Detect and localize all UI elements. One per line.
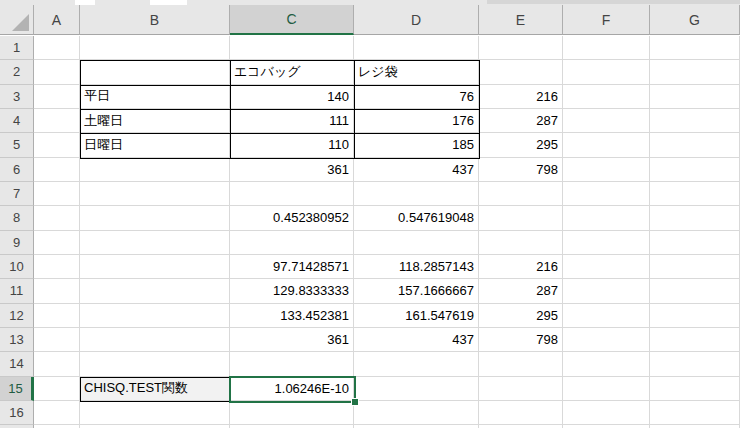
cell-A13[interactable] — [34, 328, 80, 352]
row-header-9[interactable]: 9 — [0, 231, 34, 255]
cell-C12[interactable]: 133.452381 — [230, 304, 354, 328]
cell-A7[interactable] — [34, 182, 80, 206]
cell-E6[interactable]: 798 — [479, 158, 563, 182]
cell-B5[interactable]: 日曜日 — [80, 133, 230, 157]
cell-G13[interactable] — [650, 328, 740, 352]
cell-B10[interactable] — [80, 255, 230, 279]
cell-F3[interactable] — [563, 85, 650, 109]
cell-A14[interactable] — [34, 352, 80, 376]
cell-F15[interactable] — [563, 377, 650, 401]
cell-E8[interactable] — [479, 206, 563, 230]
cell-B9[interactable] — [80, 231, 230, 255]
cell-D13[interactable]: 437 — [354, 328, 479, 352]
cell-E1[interactable] — [479, 36, 563, 60]
cell-E9[interactable] — [479, 231, 563, 255]
row-header-14[interactable]: 14 — [0, 352, 34, 376]
cell-F4[interactable] — [563, 109, 650, 133]
cell-F12[interactable] — [563, 304, 650, 328]
cell-B6[interactable] — [80, 158, 230, 182]
cell-C9[interactable] — [230, 231, 354, 255]
cell-A10[interactable] — [34, 255, 80, 279]
cell-A1[interactable] — [34, 36, 80, 60]
cell-A8[interactable] — [34, 206, 80, 230]
cell-E15[interactable] — [479, 377, 563, 401]
cell-A16[interactable] — [34, 401, 80, 425]
row-header-13[interactable]: 13 — [0, 328, 34, 352]
cell-F6[interactable] — [563, 158, 650, 182]
cell-C13[interactable]: 361 — [230, 328, 354, 352]
cell-F5[interactable] — [563, 133, 650, 157]
cell-B3[interactable]: 平日 — [80, 85, 230, 109]
cell-F2[interactable] — [563, 60, 650, 84]
cell-E16[interactable] — [479, 401, 563, 425]
cell-D1[interactable] — [354, 36, 479, 60]
cell-B12[interactable] — [80, 304, 230, 328]
fill-handle[interactable] — [351, 398, 359, 406]
cell-E5[interactable]: 295 — [479, 133, 563, 157]
cell-C8[interactable]: 0.452380952 — [230, 206, 354, 230]
row-header-5[interactable]: 5 — [0, 133, 34, 157]
cell-D4[interactable]: 176 — [354, 109, 479, 133]
column-header-B[interactable]: B — [80, 5, 230, 35]
cell-B11[interactable] — [80, 279, 230, 303]
cell-E10[interactable]: 216 — [479, 255, 563, 279]
cell-A6[interactable] — [34, 158, 80, 182]
cell-C4[interactable]: 111 — [230, 109, 354, 133]
cell-D14[interactable] — [354, 352, 479, 376]
cell-E13[interactable]: 798 — [479, 328, 563, 352]
cell-D12[interactable]: 161.547619 — [354, 304, 479, 328]
cell-D9[interactable] — [354, 231, 479, 255]
cell-D6[interactable]: 437 — [354, 158, 479, 182]
cell-B4[interactable]: 土曜日 — [80, 109, 230, 133]
cell-G3[interactable] — [650, 85, 740, 109]
row-header-3[interactable]: 3 — [0, 85, 34, 109]
cell-E3[interactable]: 216 — [479, 85, 563, 109]
cell-F11[interactable] — [563, 279, 650, 303]
row-header-7[interactable]: 7 — [0, 182, 34, 206]
row-header-1[interactable]: 1 — [0, 36, 34, 60]
cell-F1[interactable] — [563, 36, 650, 60]
row-header-16[interactable]: 16 — [0, 401, 34, 425]
cell-G10[interactable] — [650, 255, 740, 279]
cell-E12[interactable]: 295 — [479, 304, 563, 328]
cell-A9[interactable] — [34, 231, 80, 255]
cell-E7[interactable] — [479, 182, 563, 206]
cell-D3[interactable]: 76 — [354, 85, 479, 109]
column-header-E[interactable]: E — [479, 5, 563, 35]
cell-D5[interactable]: 185 — [354, 133, 479, 157]
row-header-6[interactable]: 6 — [0, 158, 34, 182]
cell-G1[interactable] — [650, 36, 740, 60]
row-header-4[interactable]: 4 — [0, 109, 34, 133]
cell-A2[interactable] — [34, 60, 80, 84]
cell-E11[interactable]: 287 — [479, 279, 563, 303]
cell-A11[interactable] — [34, 279, 80, 303]
cell-B2[interactable] — [80, 60, 230, 84]
cell-F13[interactable] — [563, 328, 650, 352]
cell-C5[interactable]: 110 — [230, 133, 354, 157]
column-header-A[interactable]: A — [34, 5, 80, 35]
row-header-10[interactable]: 10 — [0, 255, 34, 279]
cell-C2[interactable]: エコバッグ — [230, 60, 354, 84]
cell-G14[interactable] — [650, 352, 740, 376]
cell-D11[interactable]: 157.1666667 — [354, 279, 479, 303]
row-header-15[interactable]: 15 — [0, 377, 34, 401]
cell-C1[interactable] — [230, 36, 354, 60]
cell-G2[interactable] — [650, 60, 740, 84]
row-header-8[interactable]: 8 — [0, 206, 34, 230]
column-header-F[interactable]: F — [563, 5, 650, 35]
cell-G8[interactable] — [650, 206, 740, 230]
cell-F9[interactable] — [563, 231, 650, 255]
cell-F14[interactable] — [563, 352, 650, 376]
cell-B14[interactable] — [80, 352, 230, 376]
cell-B1[interactable] — [80, 36, 230, 60]
cell-C10[interactable]: 97.71428571 — [230, 255, 354, 279]
column-header-G[interactable]: G — [650, 5, 740, 35]
cell-G15[interactable] — [650, 377, 740, 401]
cell-D2[interactable]: レジ袋 — [354, 60, 479, 84]
row-header-12[interactable]: 12 — [0, 304, 34, 328]
cell-G11[interactable] — [650, 279, 740, 303]
cell-G16[interactable] — [650, 401, 740, 425]
cell-A4[interactable] — [34, 109, 80, 133]
cell-G4[interactable] — [650, 109, 740, 133]
cell-B15[interactable]: CHISQ.TEST関数 — [80, 377, 230, 401]
